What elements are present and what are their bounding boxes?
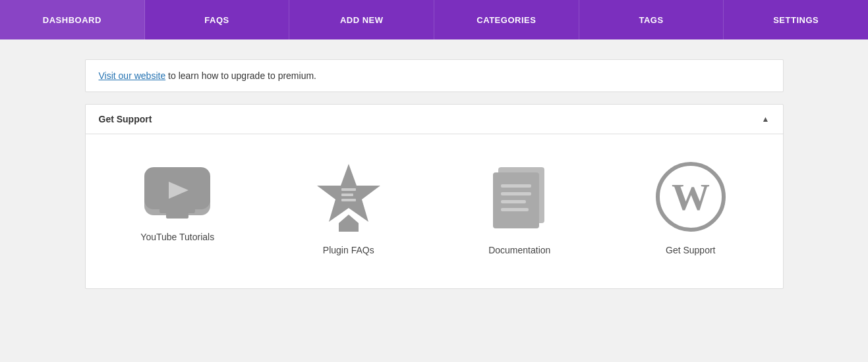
- svg-rect-8: [341, 199, 356, 201]
- nav-item-dashboard[interactable]: DASHBOARD: [0, 0, 145, 39]
- svg-rect-15: [501, 208, 529, 211]
- promo-link[interactable]: Visit our website: [99, 70, 166, 81]
- panel-toggle-icon: ▲: [762, 115, 770, 124]
- support-panel-header[interactable]: Get Support ▲: [86, 105, 783, 134]
- svg-rect-6: [341, 188, 356, 191]
- nav-item-tags[interactable]: TAGS: [579, 0, 724, 39]
- nav-item-faqs[interactable]: FAQS: [145, 0, 290, 39]
- nav-item-add-new[interactable]: ADD NEW: [289, 0, 434, 39]
- plugin-faqs-label: Plugin FAQs: [323, 245, 374, 255]
- support-grid: YouTube Tutorials Plugin F: [86, 134, 783, 288]
- plugin-faqs-icon: [312, 161, 385, 233]
- svg-rect-12: [501, 184, 531, 188]
- promo-text: to learn how to upgrade to premium.: [165, 70, 316, 81]
- svg-rect-14: [501, 200, 526, 203]
- svg-rect-7: [341, 194, 353, 196]
- documentation-label: Documentation: [488, 245, 550, 255]
- youtube-label: YouTube Tutorials: [140, 232, 214, 242]
- svg-marker-9: [339, 215, 359, 232]
- main-nav: DASHBOARD FAQS ADD NEW CATEGORIES TAGS S…: [0, 0, 868, 39]
- documentation-icon: [486, 161, 552, 233]
- svg-text:W: W: [672, 176, 710, 219]
- support-item-documentation[interactable]: Documentation: [441, 161, 599, 255]
- get-support-icon: W: [654, 161, 727, 233]
- support-item-youtube[interactable]: YouTube Tutorials: [99, 161, 257, 242]
- nav-item-settings[interactable]: SETTINGS: [724, 0, 868, 39]
- support-item-get-support[interactable]: W Get Support: [612, 161, 770, 255]
- support-panel-title: Get Support: [99, 114, 152, 124]
- svg-marker-5: [317, 164, 380, 222]
- svg-rect-13: [501, 192, 531, 195]
- get-support-label: Get Support: [666, 245, 716, 255]
- support-item-plugin-faqs[interactable]: Plugin FAQs: [270, 161, 428, 255]
- support-panel: Get Support ▲ Yo: [85, 104, 784, 289]
- youtube-icon: [141, 161, 214, 220]
- svg-rect-3: [166, 212, 188, 219]
- promo-banner: Visit our website to learn how to upgrad…: [85, 59, 784, 92]
- nav-item-categories[interactable]: CATEGORIES: [434, 0, 579, 39]
- main-content: Visit our website to learn how to upgrad…: [72, 59, 797, 289]
